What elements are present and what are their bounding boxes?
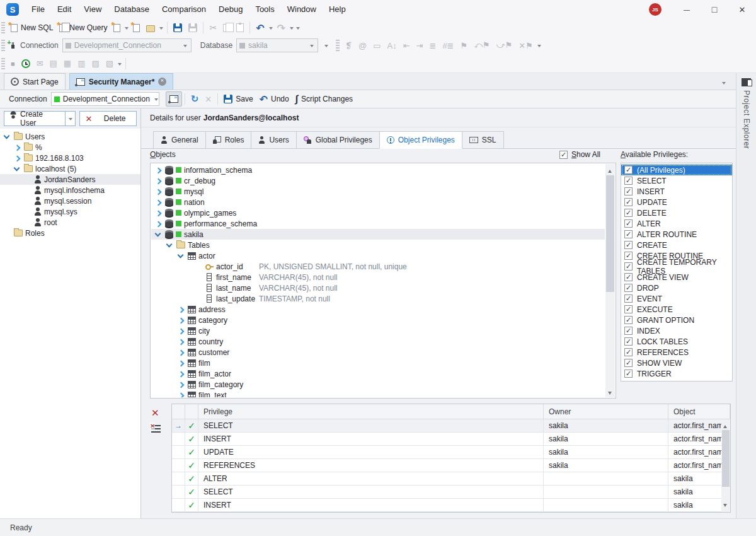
- expand-arrow-icon[interactable]: [176, 327, 185, 335]
- new-document-button[interactable]: [110, 20, 123, 35]
- granted-check-icon[interactable]: [185, 472, 198, 485]
- stop-button[interactable]: [8, 56, 18, 71]
- privilege-checkbox[interactable]: [624, 230, 633, 238]
- privilege-item[interactable]: DELETE: [621, 207, 732, 218]
- scrollbar-thumb[interactable]: [722, 430, 730, 487]
- insert-comment-button[interactable]: ❡: [342, 38, 355, 53]
- preview-changes-toggle[interactable]: [166, 91, 182, 107]
- grant-row[interactable]: UPDATE sakila actor.first_name: [172, 446, 730, 459]
- expand-arrow-icon[interactable]: [23, 175, 32, 184]
- doc-connection-select[interactable]: Development_Connection: [51, 92, 159, 106]
- paste-button[interactable]: [233, 20, 247, 35]
- expand-arrow-icon[interactable]: [23, 207, 32, 216]
- privilege-checkbox[interactable]: [624, 177, 633, 185]
- privilege-item[interactable]: ALTER ROUTINE: [621, 229, 732, 240]
- toolbar-overflow-dropdown[interactable]: [536, 41, 542, 50]
- privilege-item[interactable]: SHOW VIEW: [621, 358, 732, 368]
- user-tree-item[interactable]: mysql.infoschema: [0, 185, 140, 195]
- menu-item[interactable]: Tools: [249, 0, 280, 19]
- grant-owner-cell[interactable]: sakila: [544, 446, 668, 458]
- expand-arrow-icon[interactable]: [176, 380, 185, 389]
- delete-user-button[interactable]: ✕ Delete: [79, 111, 137, 126]
- object-tree-item[interactable]: sakila: [151, 229, 605, 240]
- privilege-item[interactable]: LOCK TABLES: [621, 336, 732, 347]
- granted-check-icon[interactable]: [185, 446, 198, 458]
- insert-snippet-button[interactable]: @: [355, 38, 370, 53]
- new-sql-button[interactable]: New SQL: [8, 20, 56, 35]
- privilege-item[interactable]: TRIGGER: [621, 368, 732, 379]
- open-file-button[interactable]: [143, 20, 158, 35]
- owner-column-header[interactable]: Owner: [544, 404, 668, 419]
- increase-indent-button[interactable]: ⇥: [413, 38, 427, 53]
- expand-arrow-icon[interactable]: [23, 186, 32, 195]
- expand-arrow-icon[interactable]: [176, 252, 185, 260]
- object-tree-item[interactable]: mysql: [151, 186, 605, 197]
- privilege-item[interactable]: CREATE TEMPORARY TABLES: [621, 261, 732, 272]
- window-list-dropdown[interactable]: [721, 78, 727, 87]
- delete-grant-button[interactable]: ✕: [151, 407, 169, 419]
- expand-arrow-icon[interactable]: [154, 209, 163, 218]
- tab-start-page[interactable]: Start Page: [4, 73, 66, 90]
- save-button[interactable]: [170, 20, 185, 35]
- object-tree-item[interactable]: country: [151, 336, 605, 347]
- new-connection-icon[interactable]: +: [8, 41, 16, 50]
- privilege-item[interactable]: EVENT: [621, 293, 732, 304]
- privilege-item[interactable]: (All Privileges): [621, 165, 732, 175]
- grant-row[interactable]: REFERENCES sakila actor.first_name: [172, 459, 730, 472]
- privilege-item[interactable]: EXECUTE: [621, 304, 732, 315]
- redo-dropdown[interactable]: [289, 23, 295, 32]
- user-tree-item[interactable]: %: [0, 142, 140, 153]
- privilege-item[interactable]: CREATE: [621, 240, 732, 250]
- data-report-button[interactable]: ✉: [33, 56, 47, 71]
- object-tree-item[interactable]: actor_id PK, UNSIGNED SMALLINT, not null…: [151, 261, 605, 272]
- redo-button[interactable]: [274, 20, 289, 35]
- expand-arrow-icon[interactable]: [3, 132, 11, 141]
- copy-button[interactable]: [220, 20, 233, 35]
- image-view-button[interactable]: ▨: [88, 56, 102, 71]
- detail-tab[interactable]: Object Privileges: [379, 131, 462, 149]
- grant-privilege-cell[interactable]: ALTER: [198, 472, 544, 485]
- save-all-button[interactable]: [185, 20, 200, 35]
- expand-arrow-icon[interactable]: [176, 359, 185, 368]
- object-tree-item[interactable]: Tables: [151, 240, 605, 250]
- toolbar-grip[interactable]: [1, 22, 5, 33]
- user-tree-item[interactable]: mysql.session: [0, 195, 140, 206]
- toolbar-grip[interactable]: [1, 40, 5, 51]
- refresh-button[interactable]: [188, 91, 202, 107]
- expand-arrow-icon[interactable]: [176, 337, 185, 346]
- expand-arrow-icon[interactable]: [176, 391, 185, 398]
- privilege-checkbox[interactable]: [624, 273, 633, 281]
- user-tree-item[interactable]: mysql.sys: [0, 206, 140, 217]
- minimize-button[interactable]: [673, 0, 701, 19]
- privilege-item[interactable]: ALTER: [621, 218, 732, 229]
- object-tree-item[interactable]: last_name VARCHAR(45), not null: [151, 283, 605, 293]
- privilege-item[interactable]: REFERENCES: [621, 347, 732, 358]
- show-all-checkbox[interactable]: [559, 151, 568, 159]
- user-tree-item[interactable]: JordanSanders: [0, 174, 140, 185]
- granted-check-icon[interactable]: [185, 433, 198, 445]
- expand-arrow-icon[interactable]: [176, 305, 185, 314]
- revoke-all-button[interactable]: [151, 425, 161, 433]
- object-tree-item[interactable]: actor: [151, 250, 605, 261]
- grant-row[interactable]: ALTER sakila: [172, 472, 730, 486]
- privilege-checkbox[interactable]: [624, 327, 633, 335]
- privilege-item[interactable]: DROP: [621, 283, 732, 293]
- menu-item[interactable]: View: [77, 0, 108, 19]
- privilege-item[interactable]: SELECT: [621, 175, 732, 186]
- menu-item[interactable]: Comparison: [156, 0, 212, 19]
- expand-arrow-icon[interactable]: [176, 370, 185, 378]
- grant-row[interactable]: SELECT sakila: [172, 486, 730, 499]
- object-tree-item[interactable]: information_schema: [151, 165, 605, 175]
- expand-arrow-icon[interactable]: [154, 166, 163, 175]
- user-tree-item[interactable]: root: [0, 217, 140, 228]
- query-builder-button[interactable]: ▦: [60, 56, 74, 71]
- menu-item[interactable]: Edit: [51, 0, 77, 19]
- granted-check-icon[interactable]: [185, 459, 198, 472]
- object-tree-item[interactable]: city: [151, 325, 605, 336]
- clear-bookmarks-button[interactable]: ✕⚑: [515, 38, 536, 53]
- privilege-item[interactable]: UPDATE: [621, 197, 732, 207]
- grant-privilege-cell[interactable]: SELECT: [198, 419, 544, 432]
- database-refresh-dropdown[interactable]: [323, 41, 329, 50]
- save-changes-button[interactable]: Save: [220, 91, 256, 107]
- toolbar-overflow-dropdown[interactable]: [117, 59, 123, 68]
